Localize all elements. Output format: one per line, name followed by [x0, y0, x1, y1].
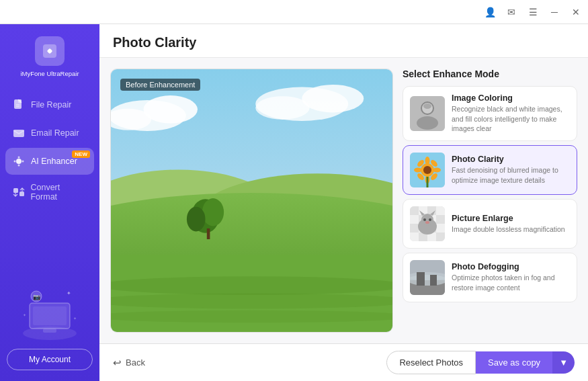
- new-badge: NEW: [72, 151, 90, 158]
- file-repair-icon: [12, 98, 26, 112]
- svg-point-30: [302, 85, 364, 112]
- svg-rect-68: [436, 232, 445, 241]
- page-title: Photo Clarity: [113, 35, 575, 50]
- svg-point-37: [202, 198, 224, 226]
- dropdown-arrow-icon: ▼: [559, 357, 568, 368]
- svg-text:✦: ✦: [23, 313, 26, 317]
- email-repair-icon: [12, 126, 26, 140]
- sidebar-illustration: 📷 ✦ ✦ ✦: [13, 283, 87, 343]
- enhance-card-photo-defogging[interactable]: Photo Defogging Optimize photos taken in…: [403, 253, 577, 302]
- svg-rect-12: [13, 188, 18, 193]
- photo-defogging-name: Photo Defogging: [452, 262, 570, 271]
- convert-format-icon: [12, 185, 25, 199]
- right-panel: Select Enhance Mode: [403, 69, 577, 333]
- sidebar-item-label-email-repair: Email Repair: [31, 128, 79, 138]
- close-button[interactable]: ✕: [569, 5, 583, 19]
- photo-defogging-info: Photo Defogging Optimize photos taken in…: [452, 262, 570, 292]
- landscape-image: [111, 69, 392, 332]
- svg-point-42: [111, 310, 392, 323]
- svg-rect-80: [417, 272, 425, 286]
- svg-point-8: [18, 157, 20, 159]
- sidebar-bottom: My Account: [0, 349, 99, 370]
- sidebar-logo: iMyFone UltraRepair: [0, 24, 99, 89]
- svg-text:✦: ✦: [73, 316, 77, 321]
- minimize-button[interactable]: ─: [548, 5, 561, 19]
- svg-point-38: [187, 207, 206, 232]
- svg-point-79: [410, 272, 445, 280]
- svg-point-51: [425, 157, 430, 165]
- svg-rect-61: [410, 206, 419, 215]
- image-coloring-name: Image Coloring: [452, 93, 570, 103]
- svg-point-50: [423, 166, 431, 174]
- sidebar-item-convert-format[interactable]: Convert Format: [5, 176, 94, 208]
- enhance-card-photo-clarity[interactable]: Photo Clarity Fast denoising of blurred …: [403, 145, 577, 195]
- back-label: Back: [126, 357, 145, 368]
- svg-rect-18: [33, 306, 67, 325]
- save-copy-dropdown-button[interactable]: ▼: [552, 351, 575, 374]
- svg-point-45: [417, 116, 438, 130]
- svg-rect-13: [19, 192, 24, 196]
- back-arrow-icon: ↩: [113, 357, 122, 369]
- enhance-card-picture-enlarge[interactable]: Picture Enlarge Image double lossless ma…: [403, 199, 577, 249]
- enhance-card-image-coloring[interactable]: Image Coloring Recognize black and white…: [403, 86, 577, 141]
- bottom-right-actions: Reselect Photos Save as copy ▼: [386, 351, 575, 374]
- svg-point-41: [111, 294, 392, 309]
- svg-point-31: [255, 96, 310, 120]
- svg-point-7: [16, 159, 22, 164]
- sidebar-item-email-repair[interactable]: Email Repair: [5, 120, 94, 146]
- select-enhance-heading: Select Enhance Mode: [403, 69, 577, 79]
- bottom-bar: ↩ Back Reselect Photos Save as copy ▼: [99, 343, 588, 381]
- svg-rect-3: [18, 99, 22, 103]
- svg-point-10: [14, 161, 16, 163]
- svg-point-1: [48, 49, 52, 53]
- sidebar-item-file-repair[interactable]: File Repair: [5, 91, 94, 118]
- menu-icon[interactable]: ☰: [526, 5, 540, 19]
- photo-defogging-thumb: [410, 260, 445, 295]
- svg-rect-19: [43, 329, 56, 333]
- svg-point-9: [18, 165, 20, 167]
- svg-point-54: [433, 168, 441, 173]
- logo-text: iMyFone UltraRepair: [20, 70, 79, 78]
- content-area: Before Enhancement: [99, 58, 588, 343]
- account-icon[interactable]: 👤: [483, 5, 497, 19]
- svg-point-11: [22, 161, 24, 163]
- svg-text:📷: 📷: [33, 293, 41, 301]
- svg-point-53: [414, 168, 422, 173]
- app-body: iMyFone UltraRepair File Repair: [0, 24, 588, 381]
- logo-icon: [35, 36, 65, 66]
- photo-defogging-desc: Optimize photos taken in fog and restore…: [452, 273, 570, 292]
- mail-icon[interactable]: ✉: [505, 5, 518, 19]
- picture-enlarge-desc: Image double lossless magnification: [452, 224, 565, 235]
- picture-enlarge-name: Picture Enlarge: [452, 214, 565, 223]
- main-content: Photo Clarity Before Enhancement: [99, 24, 588, 381]
- svg-rect-64: [436, 215, 445, 224]
- image-preview-wrap: Before Enhancement: [110, 69, 393, 333]
- image-coloring-info: Image Coloring Recognize black and white…: [452, 93, 570, 134]
- photo-clarity-name: Photo Clarity: [452, 155, 570, 164]
- save-as-copy-button[interactable]: Save as copy: [476, 351, 552, 374]
- image-coloring-thumb: [410, 96, 445, 131]
- svg-text:✦: ✦: [67, 290, 71, 296]
- reselect-photos-button[interactable]: Reselect Photos: [386, 351, 476, 374]
- svg-point-75: [425, 221, 429, 224]
- svg-point-70: [421, 214, 433, 226]
- svg-point-74: [429, 218, 431, 221]
- sidebar-item-ai-enhancer[interactable]: AI Enhancer NEW: [5, 148, 94, 175]
- page-header: Photo Clarity: [99, 24, 588, 58]
- svg-point-73: [423, 218, 426, 221]
- sidebar: iMyFone UltraRepair File Repair: [0, 24, 99, 381]
- svg-rect-81: [430, 275, 437, 286]
- svg-point-27: [144, 95, 198, 123]
- svg-rect-39: [207, 228, 210, 239]
- enhance-options: Image Coloring Recognize black and white…: [403, 86, 577, 302]
- before-label: Before Enhancement: [120, 79, 200, 91]
- svg-rect-65: [410, 224, 419, 232]
- back-button[interactable]: ↩ Back: [113, 357, 145, 369]
- photo-clarity-info: Photo Clarity Fast denoising of blurred …: [452, 155, 570, 185]
- ai-enhancer-icon: [12, 155, 26, 168]
- svg-point-47: [423, 103, 431, 109]
- sidebar-item-label-file-repair: File Repair: [31, 100, 71, 110]
- svg-point-40: [111, 276, 392, 295]
- my-account-button[interactable]: My Account: [7, 349, 93, 370]
- photo-clarity-desc: Fast denoising of blurred image to optim…: [452, 165, 570, 185]
